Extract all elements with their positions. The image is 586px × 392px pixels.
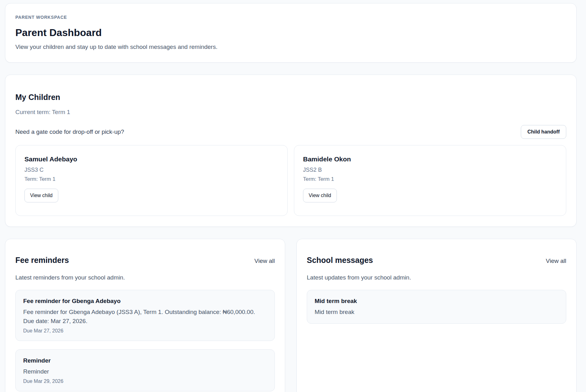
gate-code-row: Need a gate code for drop-off or pick-up… bbox=[15, 125, 566, 139]
child-name: Samuel Adebayo bbox=[24, 155, 279, 163]
child-class: JSS2 B bbox=[303, 167, 557, 173]
my-children-title: My Children bbox=[15, 92, 566, 102]
child-card: Samuel Adebayo JSS3 C Term: Term 1 View … bbox=[15, 145, 288, 216]
fee-reminder-item-due-date: Due Mar 29, 2026 bbox=[23, 379, 267, 384]
my-children-card: My Children Current term: Term 1 Need a … bbox=[5, 75, 577, 227]
page-title: Parent Dashboard bbox=[15, 26, 566, 39]
school-messages-title: School messages bbox=[307, 255, 373, 265]
fee-reminder-item: Reminder Reminder Due Mar 29, 2026 bbox=[15, 349, 275, 391]
school-messages-list: Mid term break Mid term break bbox=[307, 290, 566, 324]
fee-reminder-item-body: Reminder bbox=[23, 367, 267, 376]
view-child-button[interactable]: View child bbox=[24, 189, 58, 202]
child-handoff-button[interactable]: Child handoff bbox=[521, 125, 566, 139]
fee-reminder-item-title: Fee reminder for Gbenga Adebayo bbox=[23, 297, 267, 305]
child-term: Term: Term 1 bbox=[303, 176, 557, 182]
child-term: Term: Term 1 bbox=[24, 176, 279, 182]
fee-reminders-subtitle: Latest reminders from your school admin. bbox=[15, 274, 275, 281]
fee-reminders-view-all-link[interactable]: View all bbox=[254, 258, 275, 264]
school-messages-subtitle: Latest updates from your school admin. bbox=[307, 274, 566, 281]
workspace-eyebrow: PARENT WORKSPACE bbox=[15, 15, 566, 20]
fee-reminders-header: Fee reminders View all bbox=[15, 248, 275, 272]
view-child-button[interactable]: View child bbox=[303, 189, 337, 202]
fee-reminder-item: Fee reminder for Gbenga Adebayo Fee remi… bbox=[15, 290, 275, 341]
page-subtitle: View your children and stay up to date w… bbox=[15, 43, 566, 51]
fee-reminders-list: Fee reminder for Gbenga Adebayo Fee remi… bbox=[15, 290, 275, 391]
parent-workspace-header-card: PARENT WORKSPACE Parent Dashboard View y… bbox=[5, 3, 577, 63]
current-term-text: Current term: Term 1 bbox=[15, 109, 566, 116]
fee-reminders-title: Fee reminders bbox=[15, 255, 69, 265]
fee-reminders-card: Fee reminders View all Latest reminders … bbox=[5, 239, 285, 392]
school-messages-card: School messages View all Latest updates … bbox=[296, 239, 577, 392]
children-grid: Samuel Adebayo JSS3 C Term: Term 1 View … bbox=[15, 145, 566, 216]
child-class: JSS3 C bbox=[24, 167, 279, 173]
school-message-item-title: Mid term break bbox=[315, 297, 558, 305]
fee-reminder-item-title: Reminder bbox=[23, 357, 267, 364]
school-message-item: Mid term break Mid term break bbox=[307, 290, 566, 324]
child-name: Bamidele Okon bbox=[303, 155, 557, 163]
school-messages-header: School messages View all bbox=[307, 248, 566, 272]
school-messages-view-all-link[interactable]: View all bbox=[546, 258, 566, 264]
gate-code-prompt: Need a gate code for drop-off or pick-up… bbox=[15, 128, 124, 135]
fee-reminder-item-body: Fee reminder for Gbenga Adebayo (JSS3 A)… bbox=[23, 307, 267, 326]
school-message-item-body: Mid term break bbox=[315, 307, 558, 316]
bottom-grid: Fee reminders View all Latest reminders … bbox=[5, 239, 577, 392]
child-card: Bamidele Okon JSS2 B Term: Term 1 View c… bbox=[294, 145, 566, 216]
fee-reminder-item-due-date: Due Mar 27, 2026 bbox=[23, 328, 267, 334]
